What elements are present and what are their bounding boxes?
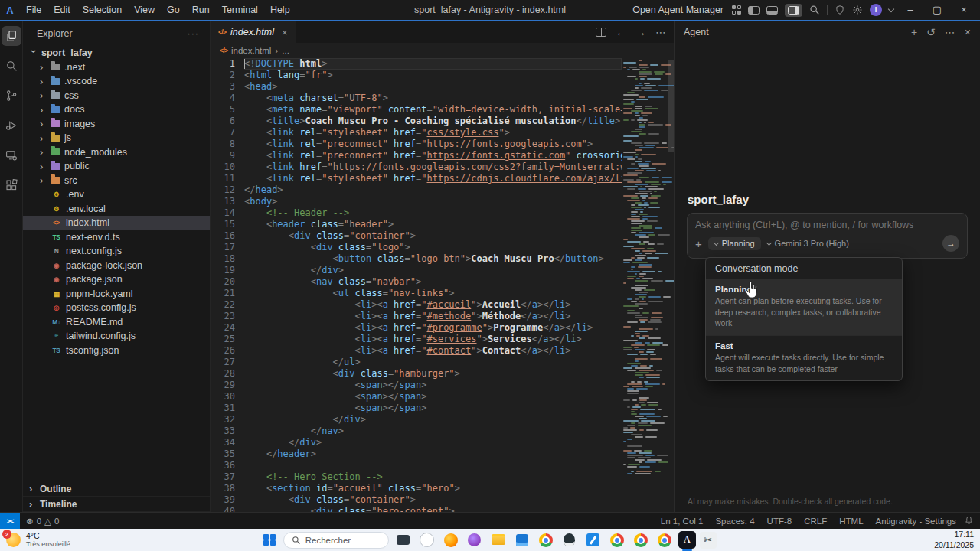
file-row-postcssconfigjs[interactable]: ◎postcss.config.js (23, 301, 210, 315)
editor-more-actions-icon[interactable]: ⋯ (655, 26, 666, 38)
folder-row-next[interactable]: ›.next (23, 60, 210, 75)
mode-selector[interactable]: Planning (708, 237, 761, 250)
tab-close-icon[interactable]: × (282, 27, 288, 38)
status-item[interactable]: Spaces: 4 (715, 517, 754, 526)
code-line[interactable]: </head> (244, 184, 622, 196)
code-line[interactable]: <li><a href="#services">Services</a></li… (244, 334, 622, 345)
window-maximize-button[interactable]: ▢ (927, 0, 947, 21)
status-item[interactable]: CRLF (804, 517, 827, 526)
history-icon[interactable]: ↺ (926, 26, 936, 38)
code-line[interactable]: <body> (244, 196, 622, 207)
shield-icon[interactable] (835, 5, 845, 15)
account-avatar[interactable]: i (870, 4, 882, 16)
toggle-panel-right-icon[interactable] (785, 4, 802, 17)
folder-row-css[interactable]: ›css (23, 89, 210, 103)
taskbar-search[interactable]: Rechercher (283, 532, 389, 549)
gear-icon[interactable] (852, 5, 863, 15)
file-row-env[interactable]: ⚙.env (23, 187, 210, 202)
account-chevron-down-icon[interactable] (888, 5, 894, 11)
code-line[interactable]: </nav> (244, 425, 622, 437)
file-row-nextenvdts[interactable]: TSnext-env.d.ts (23, 230, 210, 245)
taskbar-icon-store[interactable] (512, 530, 532, 550)
code-line[interactable]: <li><a href="#methode">Méthode</a></li> (244, 311, 622, 322)
folder-row-docs[interactable]: ›docs (23, 103, 210, 117)
file-row-packagejson[interactable]: ◉package.json (23, 272, 210, 287)
errors-icon[interactable]: ⊗ (26, 516, 34, 527)
remote-explorer-activity-icon[interactable] (2, 145, 21, 165)
remote-indicator[interactable]: >< (0, 513, 20, 529)
editor-scrollbar[interactable] (668, 58, 674, 512)
file-row-READMEmd[interactable]: M↓README.md (23, 315, 210, 330)
code-line[interactable]: <div class="hamburger"> (244, 368, 622, 380)
taskbar-icon-vscode[interactable] (583, 530, 603, 550)
folder-row-images[interactable]: ›images (23, 117, 210, 132)
explorer-activity-icon[interactable] (2, 26, 21, 46)
new-conversation-icon[interactable]: + (911, 26, 917, 38)
code-line[interactable]: <html lang="fr"> (244, 70, 622, 81)
code-line[interactable]: <div class="hero-content"> (244, 506, 622, 512)
open-agent-manager-button[interactable]: Open Agent Manager (632, 5, 724, 15)
file-row-pnpmlockyaml[interactable]: ▦pnpm-lock.yaml (23, 287, 210, 302)
taskbar-icon-violet[interactable] (465, 530, 485, 550)
start-button[interactable] (263, 534, 276, 546)
code-line[interactable]: <head> (244, 81, 622, 93)
mode-option-planning[interactable]: PlanningAgent can plan before executing … (706, 279, 902, 336)
sidebar-section-outline[interactable]: ›Outline (23, 481, 210, 497)
customize-layout-icon[interactable] (732, 5, 741, 15)
file-row-indexhtml[interactable]: <>index.html (23, 216, 210, 230)
code-line[interactable]: <!-- Hero Section --> (244, 471, 622, 483)
code-editor[interactable]: <!DOCTYPE html><html lang="fr"><head> <m… (244, 58, 622, 512)
taskbar-icon-monitor[interactable] (394, 530, 413, 550)
code-line[interactable] (244, 460, 622, 471)
folder-row-src[interactable]: ›src (23, 174, 210, 188)
search-activity-icon[interactable] (2, 56, 21, 76)
agent-input-box[interactable]: + Planning Gemini 3 Pro (High) → (687, 213, 968, 259)
code-line[interactable]: <link rel="stylesheet" href="css/style.c… (244, 127, 622, 139)
menu-file[interactable]: File (20, 2, 47, 18)
code-line[interactable]: <link rel="preconnect" href="https://fon… (244, 150, 622, 161)
tree-root[interactable]: › sport_lafay (23, 46, 210, 60)
code-line[interactable]: <link href="https://fonts.googleapis.com… (244, 161, 622, 173)
code-line[interactable]: <span></span> (244, 391, 622, 403)
code-line[interactable]: </div> (244, 437, 622, 448)
code-line[interactable]: <span></span> (244, 380, 622, 391)
code-line[interactable]: <section id="accueil" class="hero"> (244, 483, 622, 494)
agent-more-actions-icon[interactable]: ⋯ (945, 26, 956, 38)
taskbar-icon-antigravity[interactable]: A (678, 531, 696, 549)
toggle-panel-bottom-icon[interactable] (766, 6, 778, 15)
code-line[interactable]: </div> (244, 265, 622, 276)
status-item[interactable]: HTML (839, 517, 863, 526)
menu-selection[interactable]: Selection (77, 2, 128, 18)
breadcrumb-more[interactable]: ... (282, 46, 289, 55)
run-debug-activity-icon[interactable] (2, 116, 21, 135)
navigate-forward-icon[interactable]: → (635, 26, 646, 38)
attach-plus-icon[interactable]: + (695, 237, 702, 250)
menu-go[interactable]: Go (161, 2, 186, 18)
model-selector[interactable]: Gemini 3 Pro (High) (767, 239, 849, 248)
folder-row-js[interactable]: ›js (23, 131, 210, 145)
code-line[interactable]: <div class="logo"> (244, 242, 622, 253)
taskbar-icon-chrome2[interactable] (607, 530, 627, 550)
navigate-back-icon[interactable]: ← (616, 26, 626, 38)
menu-run[interactable]: Run (186, 2, 216, 18)
file-row-tsconfigjson[interactable]: TStsconfig.json (23, 344, 210, 358)
menu-view[interactable]: View (128, 2, 161, 18)
menu-help[interactable]: Help (264, 2, 296, 18)
code-line[interactable]: <meta charset="UTF-8"> (244, 93, 622, 104)
code-line[interactable]: <meta name="viewport" content="width=dev… (244, 104, 622, 116)
folder-row-public[interactable]: ›public (23, 159, 210, 174)
split-editor-icon[interactable] (596, 28, 606, 37)
status-item[interactable]: UTF-8 (767, 517, 792, 526)
code-line[interactable]: <!DOCTYPE html> (244, 58, 622, 70)
weather-widget[interactable]: 2 4°C Très ensoleillé (6, 531, 70, 548)
taskbar-icon-chrome3[interactable] (631, 530, 651, 550)
code-line[interactable]: <div class="container"> (244, 494, 622, 506)
code-line[interactable]: </ul> (244, 357, 622, 368)
code-line[interactable]: <!-- Header --> (244, 207, 622, 219)
breadcrumb-file[interactable]: index.html (231, 46, 271, 55)
search-icon[interactable] (809, 5, 820, 15)
errors-count[interactable]: 0 (37, 517, 41, 526)
menu-edit[interactable]: Edit (47, 2, 77, 18)
taskbar-icon-penguin[interactable] (560, 530, 580, 550)
code-line[interactable]: </header> (244, 448, 622, 460)
